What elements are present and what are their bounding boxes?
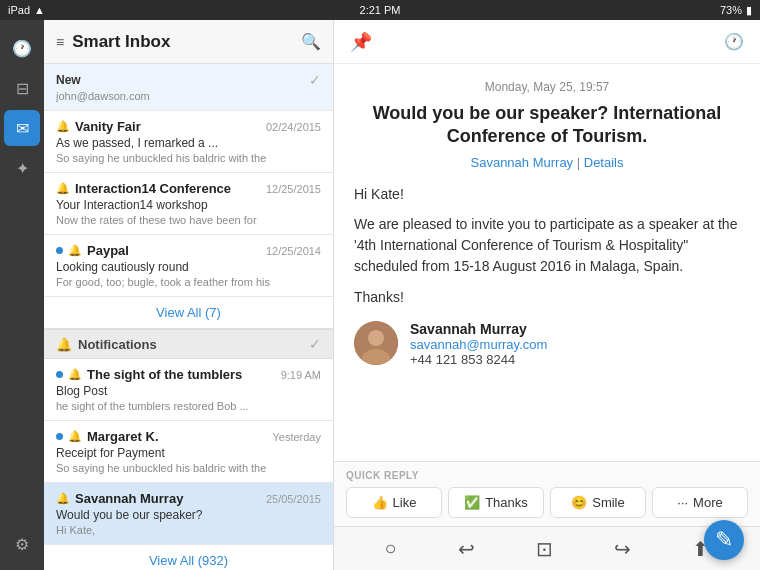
email-from-link[interactable]: Savannah Murray — [471, 155, 574, 170]
bell-icon: 🔔 — [68, 430, 82, 443]
status-bar: iPad ▲ 2:21 PM 73% ▮ — [0, 0, 760, 20]
item-subject: Blog Post — [56, 384, 321, 398]
detail-top-bar: 📌 🕐 — [334, 20, 760, 64]
signature-details: Savannah Murray savannah@murray.com +44 … — [410, 321, 547, 367]
email-body: We are pleased to invite you to particip… — [354, 214, 740, 277]
item-subject: Your Interaction14 workshop — [56, 198, 321, 212]
item-subject: Would you be our speaker? — [56, 508, 321, 522]
email-from-line: Savannah Murray | Details — [354, 155, 740, 170]
email-detail-content: Monday, May 25, 19:57 Would you be our s… — [334, 64, 760, 461]
list-item[interactable]: 🔔 The sight of the tumblers 9:19 AM Blog… — [44, 359, 333, 421]
inbox-header: ≡ Smart Inbox 🔍 — [44, 20, 333, 64]
circle-toolbar-icon[interactable]: ○ — [385, 537, 397, 560]
new-label: New — [56, 73, 81, 87]
notifications-check-icon: ✓ — [309, 336, 321, 352]
item-date: 12/25/2014 — [266, 245, 321, 257]
detail-panel: 📌 🕐 Monday, May 25, 19:57 Would you be o… — [334, 20, 760, 570]
list-item[interactable]: 🔔 Vanity Fair 02/24/2015 As we passed, I… — [44, 111, 333, 173]
smile-button[interactable]: 😊 Smile — [550, 487, 646, 518]
item-date: 12/25/2015 — [266, 183, 321, 195]
item-sender: 🔔 The sight of the tumblers — [56, 367, 242, 382]
sidebar-inbox-icon[interactable]: ⊟ — [4, 70, 40, 106]
notifications-section-header: 🔔 Notifications ✓ — [44, 329, 333, 359]
view-all-button-1[interactable]: View All (7) — [44, 297, 333, 329]
item-date: 9:19 AM — [281, 369, 321, 381]
quick-reply-label: QUICK REPLY — [346, 470, 748, 481]
sidebar-mail-icon[interactable]: ✉ — [4, 110, 40, 146]
item-subject: Receipt for Payment — [56, 446, 321, 460]
inbox-title: Smart Inbox — [72, 32, 170, 52]
item-preview: Hi Kate, — [56, 524, 286, 536]
list-item[interactable]: 🔔 Margaret K. Yesterday Receipt for Paym… — [44, 421, 333, 483]
status-bar-time: 2:21 PM — [360, 4, 401, 16]
pin-icon[interactable]: 📌 — [350, 31, 372, 53]
compose-fab[interactable]: ✎ — [704, 520, 744, 560]
item-preview: So saying he unbuckled his baldric with … — [56, 152, 286, 164]
inbox-scroll: New ✓ john@dawson.com 🔔 Vanity Fair 02/2… — [44, 64, 333, 570]
reply-toolbar-icon[interactable]: ↩ — [458, 537, 475, 561]
battery-icon: ▮ — [746, 4, 752, 17]
item-date: Yesterday — [272, 431, 321, 443]
quick-reply-bar: QUICK REPLY 👍 Like ✅ Thanks 😊 Smile ··· … — [334, 461, 760, 526]
archive-toolbar-icon[interactable]: ⊡ — [536, 537, 553, 561]
item-date: 02/24/2015 — [266, 121, 321, 133]
view-all-button-2[interactable]: View All (932) — [44, 545, 333, 570]
email-signature: Savannah Murray savannah@murray.com +44 … — [354, 321, 740, 367]
item-preview: Now the rates of these two have been for — [56, 214, 286, 226]
list-item[interactable]: 🔔 Interaction14 Conference 12/25/2015 Yo… — [44, 173, 333, 235]
like-button[interactable]: 👍 Like — [346, 487, 442, 518]
bell-icon: 🔔 — [56, 492, 70, 505]
new-from: john@dawson.com — [56, 90, 321, 102]
unread-dot — [56, 433, 63, 440]
item-subject: Looking cautiously round — [56, 260, 321, 274]
item-preview: For good, too; bugle, took a feather fro… — [56, 276, 286, 288]
unread-dot — [56, 247, 63, 254]
sidebar-star-icon[interactable]: ✦ — [4, 150, 40, 186]
item-preview: So saying he unbuckled his baldric with … — [56, 462, 286, 474]
bell-section-icon: 🔔 — [56, 337, 72, 352]
notifications-title: 🔔 Notifications — [56, 337, 157, 352]
sig-email[interactable]: savannah@murray.com — [410, 337, 547, 352]
avatar-image — [354, 321, 398, 365]
sidebar-icons: 🕐 ⊟ ✉ ✦ ⚙ — [0, 20, 44, 570]
more-button[interactable]: ··· More — [652, 487, 748, 518]
email-subject: Would you be our speaker? International … — [354, 102, 740, 149]
item-date: 25/05/2015 — [266, 493, 321, 505]
email-date: Monday, May 25, 19:57 — [354, 80, 740, 94]
email-separator: | — [577, 155, 584, 170]
email-details-link[interactable]: Details — [584, 155, 624, 170]
forward-toolbar-icon[interactable]: ↪ — [614, 537, 631, 561]
email-thanks: Thanks! — [354, 289, 740, 305]
status-bar-left: iPad ▲ — [8, 4, 45, 16]
bottom-toolbar: ○ ↩ ⊡ ↪ ⬆ ✎ — [334, 526, 760, 570]
wifi-icon: ▲ — [34, 4, 45, 16]
quick-reply-buttons: 👍 Like ✅ Thanks 😊 Smile ··· More — [346, 487, 748, 518]
item-subject: As we passed, I remarked a ... — [56, 136, 321, 150]
like-icon: 👍 — [372, 495, 388, 510]
sidebar-settings-icon[interactable]: ⚙ — [4, 526, 40, 562]
hamburger-icon[interactable]: ≡ — [56, 34, 64, 50]
thanks-icon: ✅ — [464, 495, 480, 510]
inbox-panel: ≡ Smart Inbox 🔍 New ✓ john@dawson.com 🔔 — [44, 20, 334, 570]
sig-name: Savannah Murray — [410, 321, 547, 337]
inbox-new-item[interactable]: New ✓ john@dawson.com — [44, 64, 333, 111]
thanks-button[interactable]: ✅ Thanks — [448, 487, 544, 518]
item-sender: 🔔 Margaret K. — [56, 429, 159, 444]
avatar — [354, 321, 398, 365]
item-sender: 🔔 Paypal — [56, 243, 129, 258]
search-icon[interactable]: 🔍 — [301, 32, 321, 51]
item-sender: 🔔 Vanity Fair — [56, 119, 141, 134]
status-bar-right: 73% ▮ — [720, 4, 752, 17]
device-label: iPad — [8, 4, 30, 16]
clock-detail-icon[interactable]: 🕐 — [724, 32, 744, 51]
svg-point-1 — [368, 330, 384, 346]
battery-percent: 73% — [720, 4, 742, 16]
item-sender: 🔔 Savannah Murray — [56, 491, 183, 506]
check-circle-icon: ✓ — [309, 72, 321, 88]
sidebar-clock-icon[interactable]: 🕐 — [4, 30, 40, 66]
list-item[interactable]: 🔔 Paypal 12/25/2014 Looking cautiously r… — [44, 235, 333, 297]
list-item-selected[interactable]: 🔔 Savannah Murray 25/05/2015 Would you b… — [44, 483, 333, 545]
sig-phone: +44 121 853 8244 — [410, 352, 547, 367]
item-sender: 🔔 Interaction14 Conference — [56, 181, 231, 196]
main-layout: 🕐 ⊟ ✉ ✦ ⚙ ≡ Smart Inbox 🔍 New ✓ john@daw… — [0, 20, 760, 570]
